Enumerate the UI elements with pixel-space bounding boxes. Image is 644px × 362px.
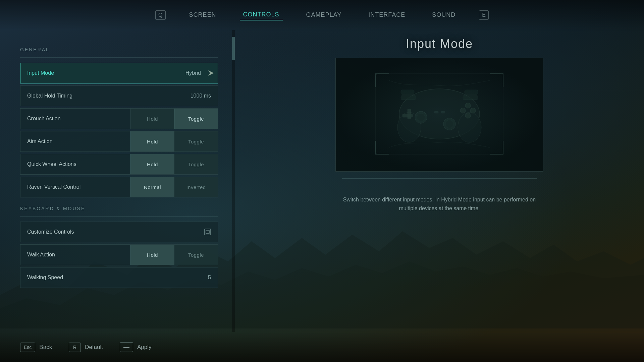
aim-hold-btn[interactable]: Hold: [130, 131, 174, 152]
customize-controls-label: Customize Controls: [20, 229, 201, 235]
apply-key: —: [120, 342, 133, 352]
content-area: GENERAL Input Mode Hybrid Global Hold Ti…: [0, 30, 644, 332]
svg-point-16: [465, 113, 471, 118]
general-section-label: GENERAL: [20, 47, 218, 52]
raven-inverted-btn[interactable]: Inverted: [174, 177, 218, 197]
svg-rect-8: [402, 114, 413, 117]
walk-action-label: Walk Action: [20, 252, 130, 258]
svg-point-10: [417, 113, 425, 121]
top-navigation: Q Screen Controls Gameplay Interface Sou…: [0, 0, 644, 30]
svg-rect-18: [441, 111, 445, 113]
raven-toggle-group: Normal Inverted: [130, 177, 218, 197]
aim-toggle-group: Hold Toggle: [130, 131, 218, 152]
bottom-action-bar: Esc Back R Default — Apply: [0, 332, 644, 362]
general-separator: [20, 57, 218, 58]
svg-rect-20: [463, 96, 478, 100]
back-label: Back: [39, 344, 52, 351]
right-panel-description: Switch between different input modes. In…: [342, 195, 537, 213]
svg-rect-17: [434, 111, 438, 113]
raven-normal-btn[interactable]: Normal: [130, 177, 174, 197]
controller-svg-container: [372, 70, 506, 159]
default-label: Default: [85, 344, 103, 351]
walk-action-row[interactable]: Walk Action Hold Toggle: [20, 244, 218, 265]
svg-point-15: [470, 108, 476, 113]
controller-illustration-frame: [335, 58, 543, 172]
customize-controls-icon: [201, 222, 214, 242]
scrollbar-thumb[interactable]: [232, 37, 235, 60]
right-panel: Input Mode: [235, 30, 644, 332]
raven-vertical-label: Raven Vertical Control: [20, 184, 130, 190]
svg-point-14: [465, 103, 471, 108]
left-panel: GENERAL Input Mode Hybrid Global Hold Ti…: [0, 30, 235, 300]
quick-wheel-actions-row[interactable]: Quick Wheel Actions Hold Toggle: [20, 154, 218, 175]
nav-e-key[interactable]: E: [479, 10, 489, 20]
nav-gameplay[interactable]: Gameplay: [303, 10, 345, 20]
walking-speed-label: Walking Speed: [20, 275, 177, 281]
svg-marker-0: [208, 70, 214, 76]
svg-rect-1: [205, 229, 211, 235]
default-key: R: [69, 343, 81, 352]
walking-speed-row[interactable]: Walking Speed 5: [20, 267, 218, 288]
back-key: Esc: [20, 343, 35, 352]
dropdown-arrow: [208, 63, 218, 83]
walking-speed-value: 5: [177, 275, 218, 281]
km-separator: [20, 216, 218, 217]
svg-point-13: [460, 108, 466, 113]
nav-interface[interactable]: Interface: [365, 10, 409, 20]
crouch-toggle-group: Hold Toggle: [130, 109, 218, 129]
keyboard-mouse-section-label: KEYBOARD & MOUSE: [20, 206, 218, 211]
walk-toggle-btn[interactable]: Toggle: [174, 245, 218, 265]
nav-q-key[interactable]: Q: [155, 10, 165, 20]
global-hold-timing-label: Global Hold Timing: [20, 93, 177, 99]
raven-vertical-row[interactable]: Raven Vertical Control Normal Inverted: [20, 177, 218, 197]
crouch-hold-btn[interactable]: Hold: [130, 109, 174, 129]
global-hold-timing-value: 1000 ms: [177, 93, 218, 99]
walk-hold-btn[interactable]: Hold: [130, 245, 174, 265]
svg-point-12: [445, 120, 453, 128]
apply-action[interactable]: — Apply: [120, 342, 152, 352]
walk-toggle-group: Hold Toggle: [130, 245, 218, 265]
crouch-toggle-btn[interactable]: Toggle: [174, 109, 218, 129]
input-mode-value: Hybrid: [167, 70, 208, 76]
quick-wheel-toggle-group: Hold Toggle: [130, 154, 218, 174]
right-panel-divider: [342, 178, 537, 179]
left-panel-container: GENERAL Input Mode Hybrid Global Hold Ti…: [0, 30, 235, 332]
quick-wheel-label: Quick Wheel Actions: [20, 161, 130, 167]
svg-rect-22: [465, 90, 478, 95]
nav-screen[interactable]: Screen: [186, 10, 220, 20]
input-mode-label: Input Mode: [20, 70, 167, 76]
svg-rect-19: [401, 96, 416, 100]
apply-label: Apply: [137, 344, 152, 351]
nav-controls[interactable]: Controls: [240, 9, 283, 20]
scrollbar-track[interactable]: [232, 30, 235, 332]
crouch-action-row[interactable]: Crouch Action Hold Toggle: [20, 108, 218, 129]
aim-action-label: Aim Action: [20, 138, 130, 144]
right-panel-title: Input Mode: [406, 37, 473, 51]
default-action[interactable]: R Default: [69, 343, 103, 352]
aim-action-row[interactable]: Aim Action Hold Toggle: [20, 131, 218, 152]
global-hold-timing-row[interactable]: Global Hold Timing 1000 ms: [20, 85, 218, 106]
svg-rect-21: [401, 90, 414, 95]
svg-rect-2: [206, 230, 209, 234]
quick-wheel-toggle-btn[interactable]: Toggle: [174, 154, 218, 174]
input-mode-row[interactable]: Input Mode Hybrid: [20, 63, 218, 83]
aim-toggle-btn[interactable]: Toggle: [174, 131, 218, 152]
back-action[interactable]: Esc Back: [20, 343, 52, 352]
nav-sound[interactable]: Sound: [429, 10, 459, 20]
crouch-action-label: Crouch Action: [20, 116, 130, 122]
quick-wheel-hold-btn[interactable]: Hold: [130, 154, 174, 174]
customize-controls-row[interactable]: Customize Controls: [20, 222, 218, 242]
